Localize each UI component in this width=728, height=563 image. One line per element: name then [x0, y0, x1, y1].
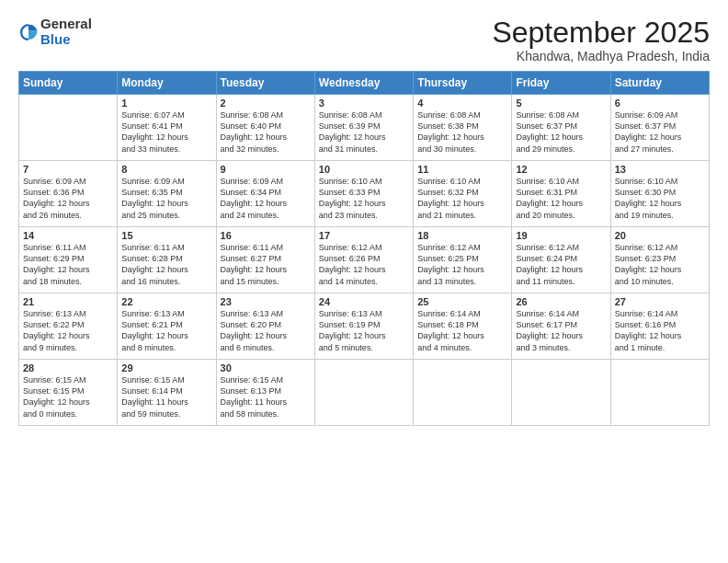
day-cell: 8Sunrise: 6:09 AMSunset: 6:35 PMDaylight…: [118, 161, 216, 227]
day-number: 25: [417, 296, 507, 307]
day-cell: 27Sunrise: 6:14 AMSunset: 6:16 PMDayligh…: [610, 293, 709, 360]
day-info: Sunrise: 6:13 AMSunset: 6:21 PMDaylight:…: [121, 308, 211, 353]
day-cell: 21Sunrise: 6:13 AMSunset: 6:22 PMDayligh…: [19, 293, 118, 360]
day-cell: 4Sunrise: 6:08 AMSunset: 6:38 PMDaylight…: [414, 95, 512, 161]
day-info: Sunrise: 6:10 AMSunset: 6:31 PMDaylight:…: [516, 176, 606, 221]
day-number: 11: [417, 164, 507, 175]
subtitle: Khandwa, Madhya Pradesh, India: [492, 49, 710, 63]
page: General Blue September 2025 Khandwa, Mad…: [0, 0, 728, 563]
day-number: 14: [23, 230, 113, 241]
day-number: 8: [121, 164, 211, 175]
day-info: Sunrise: 6:11 AMSunset: 6:29 PMDaylight:…: [23, 242, 113, 287]
day-number: 4: [417, 98, 507, 109]
day-cell: 2Sunrise: 6:08 AMSunset: 6:40 PMDaylight…: [216, 95, 314, 161]
day-cell: 3Sunrise: 6:08 AMSunset: 6:39 PMDaylight…: [314, 95, 413, 161]
day-info: Sunrise: 6:12 AMSunset: 6:24 PMDaylight:…: [516, 242, 606, 287]
day-number: 6: [615, 98, 705, 109]
day-cell: 13Sunrise: 6:10 AMSunset: 6:30 PMDayligh…: [610, 161, 709, 227]
day-cell: [512, 360, 610, 426]
day-info: Sunrise: 6:08 AMSunset: 6:38 PMDaylight:…: [417, 109, 507, 155]
day-number: 29: [121, 362, 211, 373]
day-info: Sunrise: 6:08 AMSunset: 6:37 PMDaylight:…: [516, 109, 606, 155]
day-number: 15: [121, 230, 211, 241]
day-info: Sunrise: 6:14 AMSunset: 6:16 PMDaylight:…: [615, 308, 705, 353]
day-cell: 17Sunrise: 6:12 AMSunset: 6:26 PMDayligh…: [314, 227, 413, 293]
day-info: Sunrise: 6:09 AMSunset: 6:34 PMDaylight:…: [221, 176, 311, 221]
col-sunday: Sunday: [19, 72, 118, 95]
day-number: 22: [121, 296, 211, 307]
day-cell: 24Sunrise: 6:13 AMSunset: 6:19 PMDayligh…: [314, 293, 413, 360]
day-cell: 11Sunrise: 6:10 AMSunset: 6:32 PMDayligh…: [414, 161, 512, 227]
day-cell: 6Sunrise: 6:09 AMSunset: 6:37 PMDaylight…: [610, 95, 709, 161]
title-block: September 2025 Khandwa, Madhya Pradesh, …: [492, 17, 710, 63]
day-number: 3: [319, 98, 409, 109]
day-number: 2: [221, 98, 311, 109]
day-cell: 12Sunrise: 6:10 AMSunset: 6:31 PMDayligh…: [512, 161, 610, 227]
day-info: Sunrise: 6:12 AMSunset: 6:23 PMDaylight:…: [615, 242, 705, 287]
main-title: September 2025: [492, 17, 710, 49]
day-number: 17: [319, 230, 409, 241]
day-info: Sunrise: 6:15 AMSunset: 6:13 PMDaylight:…: [221, 374, 311, 419]
day-info: Sunrise: 6:11 AMSunset: 6:27 PMDaylight:…: [221, 242, 311, 287]
day-number: 26: [516, 296, 606, 307]
day-cell: 20Sunrise: 6:12 AMSunset: 6:23 PMDayligh…: [610, 227, 709, 293]
week-row-1: 1Sunrise: 6:07 AMSunset: 6:41 PMDaylight…: [19, 95, 710, 161]
day-number: 19: [516, 230, 606, 241]
day-number: 9: [221, 164, 311, 175]
day-cell: 18Sunrise: 6:12 AMSunset: 6:25 PMDayligh…: [414, 227, 512, 293]
day-number: 27: [615, 296, 705, 307]
day-number: 7: [23, 164, 113, 175]
day-info: Sunrise: 6:12 AMSunset: 6:26 PMDaylight:…: [319, 242, 409, 287]
week-row-4: 21Sunrise: 6:13 AMSunset: 6:22 PMDayligh…: [19, 293, 710, 360]
day-info: Sunrise: 6:14 AMSunset: 6:17 PMDaylight:…: [516, 308, 606, 353]
day-info: Sunrise: 6:12 AMSunset: 6:25 PMDaylight:…: [417, 242, 507, 287]
day-info: Sunrise: 6:13 AMSunset: 6:19 PMDaylight:…: [319, 308, 409, 353]
day-info: Sunrise: 6:08 AMSunset: 6:40 PMDaylight:…: [221, 109, 311, 155]
day-cell: 26Sunrise: 6:14 AMSunset: 6:17 PMDayligh…: [512, 293, 610, 360]
day-info: Sunrise: 6:09 AMSunset: 6:35 PMDaylight:…: [121, 176, 211, 221]
day-number: 16: [221, 230, 311, 241]
logo-text: General Blue: [40, 17, 92, 47]
day-cell: 5Sunrise: 6:08 AMSunset: 6:37 PMDaylight…: [512, 95, 610, 161]
day-cell: 15Sunrise: 6:11 AMSunset: 6:28 PMDayligh…: [118, 227, 216, 293]
day-info: Sunrise: 6:14 AMSunset: 6:18 PMDaylight:…: [417, 308, 507, 353]
day-number: 5: [516, 98, 606, 109]
day-info: Sunrise: 6:15 AMSunset: 6:14 PMDaylight:…: [121, 374, 211, 419]
day-number: 23: [221, 296, 311, 307]
logo-blue-text: Blue: [40, 32, 92, 48]
day-cell: 9Sunrise: 6:09 AMSunset: 6:34 PMDaylight…: [216, 161, 314, 227]
header: General Blue September 2025 Khandwa, Mad…: [18, 17, 710, 63]
day-info: Sunrise: 6:09 AMSunset: 6:37 PMDaylight:…: [615, 109, 705, 155]
day-number: 13: [615, 164, 705, 175]
week-row-2: 7Sunrise: 6:09 AMSunset: 6:36 PMDaylight…: [19, 161, 710, 227]
week-row-5: 28Sunrise: 6:15 AMSunset: 6:15 PMDayligh…: [19, 360, 710, 426]
day-number: 21: [23, 296, 113, 307]
calendar-table: Sunday Monday Tuesday Wednesday Thursday…: [18, 71, 710, 426]
col-tuesday: Tuesday: [216, 72, 314, 95]
day-cell: 28Sunrise: 6:15 AMSunset: 6:15 PMDayligh…: [19, 360, 118, 426]
col-saturday: Saturday: [610, 72, 709, 95]
week-row-3: 14Sunrise: 6:11 AMSunset: 6:29 PMDayligh…: [19, 227, 710, 293]
day-info: Sunrise: 6:10 AMSunset: 6:30 PMDaylight:…: [615, 176, 705, 221]
day-info: Sunrise: 6:08 AMSunset: 6:39 PMDaylight:…: [319, 109, 409, 155]
day-cell: 19Sunrise: 6:12 AMSunset: 6:24 PMDayligh…: [512, 227, 610, 293]
day-cell: 23Sunrise: 6:13 AMSunset: 6:20 PMDayligh…: [216, 293, 314, 360]
day-number: 28: [23, 362, 113, 373]
day-info: Sunrise: 6:09 AMSunset: 6:36 PMDaylight:…: [23, 176, 113, 221]
day-cell: 14Sunrise: 6:11 AMSunset: 6:29 PMDayligh…: [19, 227, 118, 293]
day-info: Sunrise: 6:15 AMSunset: 6:15 PMDaylight:…: [23, 374, 113, 419]
day-number: 20: [615, 230, 705, 241]
day-cell: 16Sunrise: 6:11 AMSunset: 6:27 PMDayligh…: [216, 227, 314, 293]
day-number: 24: [319, 296, 409, 307]
col-wednesday: Wednesday: [314, 72, 413, 95]
logo-icon: [18, 22, 39, 42]
day-info: Sunrise: 6:11 AMSunset: 6:28 PMDaylight:…: [121, 242, 211, 287]
logo: General Blue: [18, 17, 92, 47]
day-cell: [19, 95, 118, 161]
col-monday: Monday: [118, 72, 216, 95]
day-cell: [414, 360, 512, 426]
day-cell: 29Sunrise: 6:15 AMSunset: 6:14 PMDayligh…: [118, 360, 216, 426]
day-info: Sunrise: 6:13 AMSunset: 6:22 PMDaylight:…: [23, 308, 113, 353]
col-thursday: Thursday: [414, 72, 512, 95]
day-number: 18: [417, 230, 507, 241]
